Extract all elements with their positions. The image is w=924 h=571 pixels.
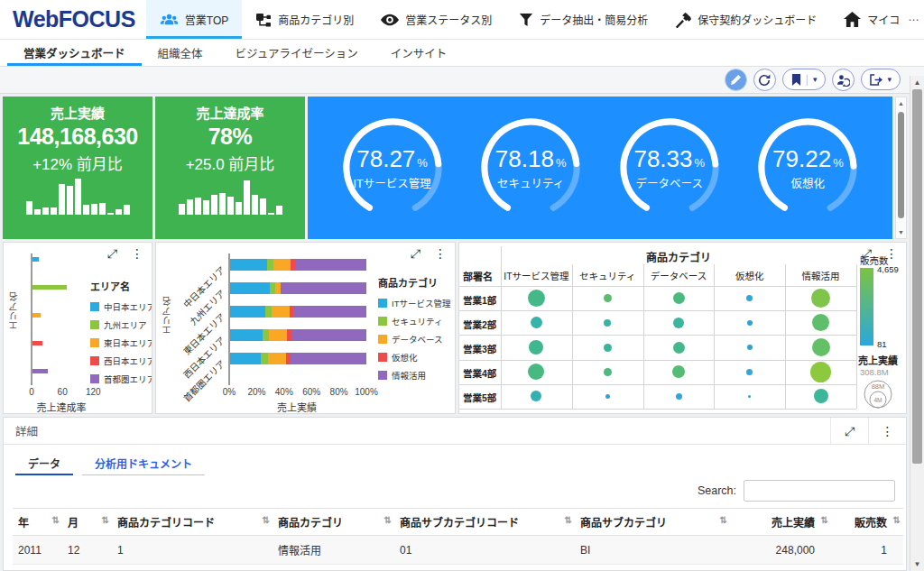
table-cell: 12 (62, 536, 112, 565)
toolbar-buttons: |▾▾ (725, 69, 901, 91)
bubble-営業2部-セキュリティ (604, 319, 611, 327)
column-header-label: 売上実績 (772, 517, 815, 530)
subnav-item-sales-dashboard[interactable]: 営業ダッシュボード (7, 40, 142, 66)
nav-item-sales-top[interactable]: 営業TOP (146, 0, 242, 39)
scrollbar-thumb[interactable] (912, 89, 922, 464)
kpi-card-0: 売上実績148,168,630+12% 前月比 (3, 97, 152, 239)
legend-swatch (90, 374, 99, 383)
scrollbar-thumb[interactable] (898, 112, 904, 218)
kpi-trend-chart (3, 177, 152, 215)
legend-entry: データベース (378, 333, 450, 345)
color-legend-max: 4,659 (877, 264, 899, 274)
legend-title: 商品カテゴリ (378, 275, 450, 290)
y-axis-line (228, 253, 230, 385)
kebab-menu-icon[interactable]: ⋮ (434, 247, 447, 260)
edit-button[interactable] (725, 69, 747, 91)
pencil-icon (731, 75, 741, 85)
tab-data[interactable]: データ (15, 453, 73, 475)
legend-swatch (90, 356, 99, 365)
export-button[interactable]: ▾ (861, 69, 901, 90)
legend-entry: セキュリティ (378, 315, 450, 327)
tab-analysis-documents[interactable]: 分析用ドキュメント (82, 453, 205, 475)
column-header-商品カテゴリ[interactable]: 商品カテゴリ⇅ (273, 509, 394, 536)
bookmark-button[interactable]: |▾ (782, 69, 827, 90)
column-header-商品サブカテゴリコード[interactable]: 商品サブカテゴリコード⇅ (394, 509, 575, 536)
gauge-unit: % (556, 156, 567, 170)
bubble-営業1部-仮想化 (746, 295, 753, 301)
x-tick: 60 (52, 387, 72, 397)
subnav-item-organization-overall[interactable]: 組織全体 (142, 40, 219, 66)
expand-button[interactable]: ⤢ (830, 418, 868, 444)
trend-bar (236, 202, 242, 215)
subnav-item-visualization[interactable]: ビジュアライゼーション (219, 40, 374, 66)
gauge-value-row: 78.18% (495, 145, 567, 173)
gauge-value: 78.27 (356, 145, 415, 173)
column-header-商品カテゴリコード[interactable]: 商品カテゴリコード⇅ (112, 509, 273, 536)
chevron-down-icon: ▾ (887, 75, 892, 84)
scroll-down-icon[interactable]: ▼ (910, 560, 924, 568)
search-input[interactable] (744, 480, 895, 502)
nav-item-by-product-category[interactable]: 商品カテゴリ別 (242, 0, 367, 39)
gauge-3: 79.22%仮想化 (753, 114, 862, 222)
bubble-営業5部-仮想化 (748, 395, 751, 398)
table-cell: 2011 (13, 536, 62, 565)
page-scrollbar: ▲ ▼ (910, 76, 924, 571)
scroll-down-icon[interactable]: ▼ (896, 229, 906, 235)
webfocus-dashboard: WebFOCUS 営業TOP商品カテゴリ別営業ステータス別データ抽出・簡易分析保… (0, 0, 924, 571)
segment-データベース (273, 259, 291, 271)
expand-icon[interactable]: ⤢ (107, 247, 117, 260)
segment-データベース (272, 306, 290, 318)
chevron-down-icon: ▾ (813, 75, 818, 84)
nav-item-data-extract-analysis[interactable]: データ抽出・簡易分析 (505, 0, 661, 39)
kebab-menu-icon[interactable]: ⋮ (885, 247, 898, 260)
nav-item-label: 商品カテゴリ別 (278, 12, 354, 27)
gauge-value-row: 78.27% (356, 145, 428, 173)
trend-bar (67, 186, 73, 215)
y-axis-line (31, 253, 32, 385)
kebab-menu-icon: ⋮ (882, 425, 894, 437)
eye-icon (381, 14, 399, 26)
nav-item-my-content[interactable]: マイコ⋯ (830, 0, 924, 39)
detail-title: 詳細 (15, 422, 38, 439)
refresh-button[interactable] (753, 69, 776, 91)
share-button[interactable] (832, 69, 855, 91)
nav-item-maintenance-contract-dashboard[interactable]: 保守契約ダッシュボード (661, 0, 830, 39)
column-header-月[interactable]: 月⇅ (62, 509, 112, 536)
svg-text:4M: 4M (873, 397, 882, 403)
trend-bar (179, 204, 185, 215)
kebab-menu-icon[interactable]: ⋮ (131, 247, 143, 260)
expand-icon[interactable]: ⤢ (862, 247, 872, 260)
bubble-営業3部-仮想化 (747, 345, 753, 350)
segment-セキュリティ (267, 259, 274, 271)
x-axis-label: 売上実績 (246, 400, 347, 413)
kpi-row: 売上実績148,168,630+12% 前月比売上達成率78%+25.0 前月比… (3, 97, 907, 239)
column-header-商品サブカテゴリ[interactable]: 商品サブカテゴリ⇅ (575, 509, 730, 536)
segment-情報活用 (295, 259, 367, 271)
gauge-panel: 78.27%ITサービス管理78.18%セキュリティ78.33%データベース79… (308, 97, 892, 239)
bubble-営業4部-セキュリティ (604, 368, 612, 376)
kpi-delta: +25.0 前月比 (155, 152, 305, 174)
subnav-item-insight[interactable]: インサイト (374, 40, 464, 66)
bubble-営業2部-情報活用 (812, 314, 829, 331)
scroll-up-icon[interactable]: ▲ (896, 100, 906, 106)
column-header-label: 商品カテゴリ (278, 517, 343, 530)
gauge-text: 79.22%仮想化 (753, 114, 862, 222)
x-tick: 120 (83, 387, 103, 397)
column-header-売上実績[interactable]: 売上実績⇅ (730, 509, 831, 536)
scroll-up-icon[interactable]: ▲ (910, 78, 924, 87)
column-header-年[interactable]: 年⇅ (13, 509, 62, 536)
bookmark-icon (791, 74, 801, 86)
grid-line (459, 310, 856, 311)
kebab-menu-button[interactable]: ⋮ (868, 418, 906, 444)
legend-swatch (378, 335, 387, 344)
bubble-営業1部-ITサービス管理 (528, 290, 545, 307)
legend-label: ITサービス管理 (392, 297, 450, 309)
bar-中日本エリア (32, 257, 40, 262)
color-legend-min: 81 (877, 339, 887, 349)
expand-icon[interactable]: ⤢ (411, 247, 420, 260)
legend-swatch (378, 317, 387, 326)
nav-item-by-sales-status[interactable]: 営業ステータス別 (367, 0, 505, 39)
legend-entry: 首都圏エリア (90, 373, 152, 385)
trend-bar (227, 197, 234, 215)
column-header-販売数[interactable]: 販売数⇅ (831, 509, 903, 536)
